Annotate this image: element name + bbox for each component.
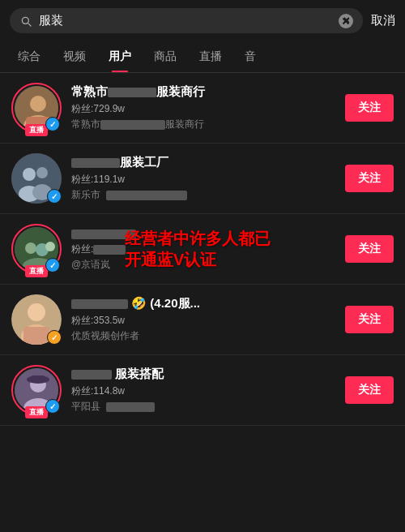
user-desc: 常熟市服装商行	[71, 118, 335, 131]
search-input-wrapper[interactable]: 服装 ✕	[10, 8, 363, 33]
svg-point-6	[36, 167, 48, 178]
cancel-button[interactable]: 取消	[371, 13, 395, 28]
user-fans: 粉丝:	[71, 242, 335, 256]
user-desc: @京语岚	[71, 258, 335, 272]
user-fans: 粉丝:114.8w	[71, 384, 335, 398]
svg-point-15	[28, 303, 45, 321]
user-item: ✓ 🤣 (4.20服... 粉丝:353.5w 优质视频创作者 关注	[0, 285, 405, 355]
search-icon	[19, 15, 32, 28]
verified-icon: ✓	[45, 258, 60, 272]
user-desc: 新乐市	[71, 188, 335, 202]
tab-video[interactable]: 视频	[52, 41, 97, 72]
avatar-wrapper[interactable]: 直播 ✓	[11, 224, 62, 274]
user-desc: 平阳县	[71, 400, 335, 414]
user-info: 服装搭配 粉丝:114.8w 平阳县	[71, 367, 335, 414]
user-info: 常熟市服装商行 粉丝:729.9w 常熟市服装商行	[71, 84, 335, 131]
live-badge: 直播	[25, 124, 48, 136]
user-info: 粉丝: @京语岚	[71, 226, 335, 272]
avatar-wrapper[interactable]: 直播 ✓	[11, 365, 62, 415]
svg-point-5	[23, 168, 36, 181]
user-item: 直播 ✓ 常熟市服装商行 粉丝:729.9w 常熟市服装商行 关注	[0, 73, 405, 144]
verified-icon: ✓	[47, 189, 62, 204]
avatar-wrapper[interactable]: 直播 ✓	[11, 83, 62, 133]
tab-general[interactable]: 综合	[6, 41, 52, 72]
blurred-name	[108, 88, 156, 97]
live-badge: 直播	[25, 406, 48, 418]
user-info: 🤣 (4.20服... 粉丝:353.5w 优质视频创作者	[71, 296, 335, 343]
follow-button[interactable]: 关注	[345, 235, 394, 263]
user-item: ✓ 服装工厂 粉丝:119.1w 新乐市 关注	[0, 144, 405, 214]
svg-rect-21	[31, 375, 45, 382]
clear-search-button[interactable]: ✕	[339, 14, 353, 28]
follow-button[interactable]: 关注	[345, 165, 394, 192]
tab-user[interactable]: 用户	[97, 41, 143, 72]
user-name: 服装搭配	[71, 367, 335, 382]
user-fans: 粉丝:119.1w	[71, 173, 335, 187]
tab-product[interactable]: 商品	[143, 41, 188, 72]
avatar-wrapper[interactable]: ✓	[11, 294, 62, 345]
clear-icon-x: ✕	[343, 16, 350, 25]
user-item: 直播 ✓ 粉丝: @京语岚 关注 经营者中许多人都已 开通蓝V认证	[0, 214, 405, 285]
user-fans: 粉丝:729.9w	[71, 102, 335, 116]
tabs-bar: 综合 视频 用户 商品 直播 音	[0, 41, 405, 73]
tab-live[interactable]: 直播	[188, 41, 233, 72]
user-fans: 粉丝:353.5w	[71, 314, 335, 328]
user-info: 服装工厂 粉丝:119.1w 新乐市	[71, 155, 335, 202]
user-name: 常熟市服装商行	[71, 84, 335, 100]
svg-rect-17	[23, 327, 49, 345]
svg-point-1	[30, 96, 46, 112]
user-name: 🤣 (4.20服...	[71, 296, 335, 311]
verified-icon: ✓	[47, 330, 62, 345]
svg-point-10	[25, 242, 36, 254]
user-list: 直播 ✓ 常熟市服装商行 粉丝:729.9w 常熟市服装商行 关注	[0, 73, 405, 426]
search-bar: 服装 ✕ 取消	[0, 0, 405, 41]
verified-icon: ✓	[45, 399, 60, 414]
avatar-wrapper[interactable]: ✓	[11, 153, 62, 204]
verified-icon: ✓	[45, 117, 60, 131]
follow-button[interactable]: 关注	[345, 376, 394, 404]
tab-music[interactable]: 音	[233, 41, 267, 72]
user-name: 服装工厂	[71, 155, 335, 170]
user-name	[71, 226, 335, 240]
svg-point-12	[45, 242, 55, 251]
follow-button[interactable]: 关注	[345, 94, 394, 122]
follow-button[interactable]: 关注	[345, 306, 394, 333]
live-badge: 直播	[25, 265, 48, 277]
user-item: 直播 ✓ 服装搭配 粉丝:114.8w 平阳县 关注	[0, 355, 405, 426]
search-query-text: 服装	[39, 13, 332, 28]
user-desc: 优质视频创作者	[71, 329, 335, 343]
